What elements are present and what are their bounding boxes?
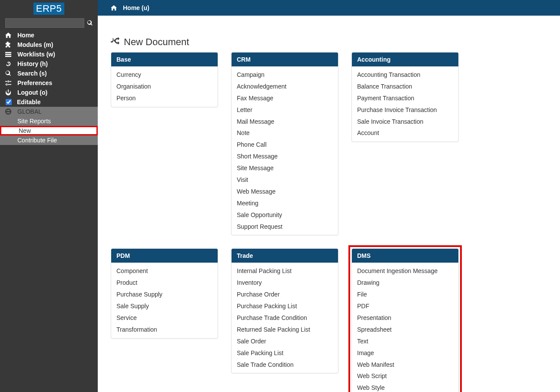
nav-label: History (h) [17, 60, 48, 67]
card-item[interactable]: Phone Call [232, 139, 338, 151]
nav-label: Logout (o) [17, 89, 47, 96]
card-item[interactable]: Purchase Supply [111, 289, 218, 300]
search-row [0, 16, 98, 30]
card-header: PDM [111, 249, 218, 263]
nav-item-search[interactable]: Search (s) [0, 69, 98, 78]
card-item[interactable]: Sale Supply [111, 300, 218, 312]
card-item[interactable]: PDF [352, 300, 458, 312]
card-item[interactable]: Spreadsheet [352, 324, 458, 336]
card-item[interactable]: Mail Message [232, 116, 338, 128]
card-item[interactable]: Sale Packing List [232, 347, 338, 359]
card-item[interactable]: Payment Transaction [352, 92, 458, 104]
card-item[interactable]: Support Request [232, 221, 338, 233]
card-item[interactable]: Transformation [111, 324, 218, 336]
breadcrumb[interactable]: Home (u) [123, 4, 149, 11]
card-item[interactable]: Sale Opportunity [232, 209, 338, 221]
card-item[interactable]: Internal Packing List [232, 265, 338, 277]
card-item[interactable]: Image [352, 347, 458, 359]
card-header: DMS [352, 249, 458, 263]
global-item-new[interactable]: New [0, 126, 98, 135]
card-pdm: PDMComponentProductPurchase SupplySale S… [111, 248, 218, 338]
nav-item-home[interactable]: Home [0, 30, 98, 40]
card-item[interactable]: Purchase Invoice Transaction [352, 104, 458, 116]
shuffle-icon [111, 36, 119, 48]
card-item[interactable]: Person [111, 92, 218, 104]
nav-list: HomeModules (m)Worklists (w)History (h)S… [0, 30, 98, 97]
home-icon[interactable] [111, 5, 118, 11]
global-item-label: Contribute File [17, 137, 57, 144]
global-item-site-reports[interactable]: Site Reports [0, 116, 98, 126]
global-header-label: GLOBAL [17, 108, 42, 115]
card-item[interactable]: Meeting [232, 198, 338, 209]
card-item[interactable]: Web Manifest [352, 359, 458, 371]
global-item-label: Site Reports [17, 118, 51, 125]
card-item[interactable]: File [352, 289, 458, 300]
card-item[interactable]: Organisation [111, 81, 218, 92]
card-body: CurrencyOrganisationPerson [111, 66, 218, 107]
card-item[interactable]: Inventory [232, 277, 338, 289]
card-body: ComponentProductPurchase SupplySale Supp… [111, 263, 218, 338]
global-header: GLOBAL [0, 107, 98, 116]
puzzle-icon [5, 42, 12, 48]
card-item[interactable]: Visit [232, 174, 338, 186]
card-item[interactable]: Purchase Order [232, 289, 338, 300]
card-item[interactable]: Note [232, 127, 338, 139]
card-trade: TradeInternal Packing ListInventoryPurch… [231, 248, 338, 373]
history-icon [5, 61, 12, 67]
nav-item-sliders[interactable]: Preferences [0, 78, 98, 88]
card-item[interactable]: Drawing [352, 277, 458, 289]
card-item[interactable]: Balance Transaction [352, 81, 458, 92]
card-item[interactable]: Currency [111, 69, 218, 81]
card-item[interactable]: Account [352, 127, 458, 139]
globe-icon [5, 109, 12, 115]
nav-label: Search (s) [17, 70, 47, 77]
card-item[interactable]: Sale Invoice Transaction [352, 116, 458, 128]
card-accounting: AccountingAccounting TransactionBalance … [351, 52, 459, 142]
card-item[interactable]: Web Script [352, 370, 458, 382]
nav-item-history[interactable]: History (h) [0, 59, 98, 69]
nav-editable: Editable [0, 97, 98, 107]
main: Home (u) New Document BaseCurrencyOrgani… [98, 0, 560, 392]
sliders-icon [5, 80, 12, 86]
card-item[interactable]: Fax Message [232, 92, 338, 104]
card-header: Accounting [352, 53, 458, 66]
card-item[interactable]: Text [352, 336, 458, 347]
card-item[interactable]: Returned Sale Packing List [232, 324, 338, 336]
page-title-text: New Document [124, 36, 189, 48]
card-item[interactable]: Web Style [352, 382, 458, 392]
card-item[interactable]: Web Message [232, 186, 338, 198]
card-item[interactable]: Accounting Transaction [352, 69, 458, 81]
nav-item-power[interactable]: Logout (o) [0, 88, 98, 97]
card-item[interactable]: Product [111, 277, 218, 289]
card-item[interactable]: Sale Order [232, 336, 338, 347]
global-item-contribute-file[interactable]: Contribute File [0, 135, 98, 145]
card-crm: CRMCampaignAcknowledgementFax MessageLet… [231, 52, 338, 235]
home-icon [5, 32, 12, 38]
search-icon[interactable] [87, 20, 93, 26]
card-item[interactable]: Sale Trade Condition [232, 359, 338, 371]
topbar: Home (u) [98, 0, 560, 16]
editable-label[interactable]: Editable [17, 99, 40, 105]
card-body: Document Ingestion MessageDrawingFilePDF… [352, 263, 458, 392]
nav-item-puzzle[interactable]: Modules (m) [0, 40, 98, 49]
card-item[interactable]: Purchase Packing List [232, 300, 338, 312]
card-header: Trade [232, 249, 338, 263]
card-item[interactable]: Purchase Trade Condition [232, 312, 338, 324]
logo[interactable]: ERP5 [33, 3, 64, 15]
nav-item-list[interactable]: Worklists (w) [0, 49, 98, 59]
global-section: GLOBAL Site ReportsNewContribute File [0, 107, 98, 145]
editable-checkbox[interactable] [6, 99, 12, 105]
nav-label: Modules (m) [17, 41, 53, 48]
card-item[interactable]: Campaign [232, 69, 338, 81]
card-dms: DMSDocument Ingestion MessageDrawingFile… [351, 248, 459, 392]
card-item[interactable]: Service [111, 312, 218, 324]
card-item[interactable]: Short Message [232, 151, 338, 162]
card-item[interactable]: Site Message [232, 162, 338, 174]
card-item[interactable]: Acknowledgement [232, 81, 338, 92]
card-item[interactable]: Document Ingestion Message [352, 265, 458, 277]
card-item[interactable]: Presentation [352, 312, 458, 324]
card-item[interactable]: Letter [232, 104, 338, 116]
search-input[interactable] [5, 18, 84, 28]
card-header: CRM [232, 53, 338, 66]
card-item[interactable]: Component [111, 265, 218, 277]
